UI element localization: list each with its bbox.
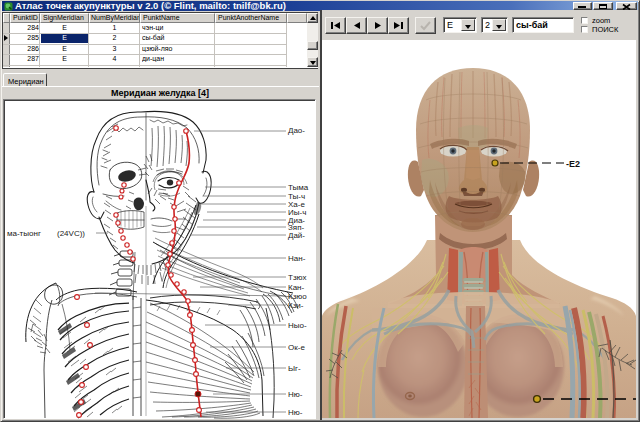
svg-text:Ыг-: Ыг-: [288, 364, 301, 373]
svg-text:(24VC)): (24VC)): [57, 229, 85, 238]
svg-text:Тыма: Тыма: [288, 183, 309, 192]
svg-text:Кзюо: Кзюо: [288, 292, 307, 301]
svg-text:Ню-: Ню-: [288, 408, 303, 417]
svg-text:Ню-: Ню-: [288, 390, 303, 399]
svg-text:Кзи-: Кзи-: [288, 301, 304, 310]
svg-text:ма-тыонг: ма-тыонг: [7, 229, 41, 238]
svg-text:Нан-: Нан-: [288, 254, 306, 263]
svg-text:Кан-: Кан-: [288, 283, 305, 292]
svg-text:Тзюх: Тзюх: [288, 273, 306, 282]
svg-text:Ныо-: Ныо-: [288, 321, 307, 330]
svg-text:Ок-е: Ок-е: [288, 343, 305, 352]
svg-text:Дао-: Дао-: [288, 126, 305, 135]
svg-text:Дай-: Дай-: [288, 231, 305, 240]
svg-text:-E2: -E2: [566, 159, 580, 169]
